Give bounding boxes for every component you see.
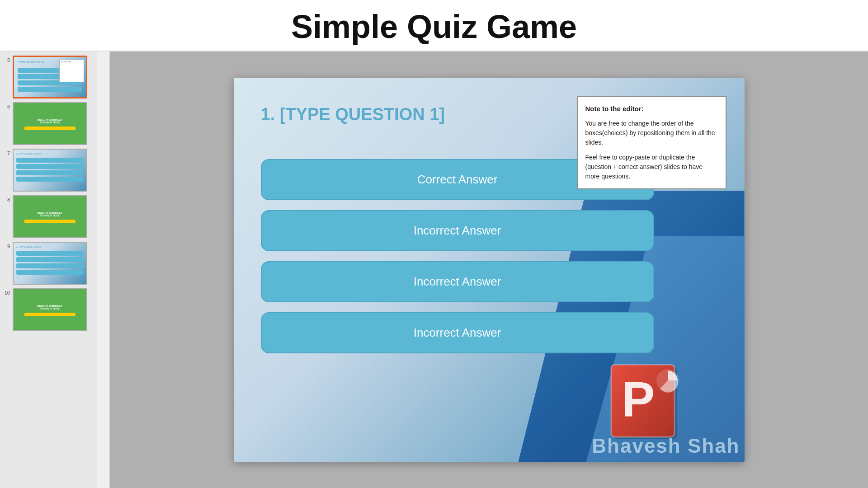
note-box: Note to the editor: You are free to chan… [577,96,726,189]
answer-btn-2[interactable]: Incorrect Answer [261,210,654,251]
thumb-5-note: Note to the editor... [59,60,84,82]
svg-text:P: P [622,371,655,427]
watermark-text: Bhavesh Shah [592,435,740,457]
thumb-7-question: 2. [TYPE QUESTION 2] [16,152,41,155]
thumb-6-label: [INSERT CORRECTANSWER TEXT] [37,117,63,125]
slide-thumb-9[interactable]: 3. [TYPE QUESTION 3] [13,242,87,285]
slide-thumb-7[interactable]: 2. [TYPE QUESTION 2] [13,149,87,192]
question-text[interactable]: 1. [TYPE QUESTION 1] [261,105,445,124]
current-slide: 1. [TYPE QUESTION 1] Correct Answer Inco… [234,78,745,462]
sidebar-slide-5[interactable]: 5 [TYPE QUESTION 1] Note to the editor..… [0,54,97,100]
slide-thumb-8[interactable]: [INSERT CORRECTANSWER TEXT] [13,195,87,238]
sidebar-slide-8[interactable]: 8 [INSERT CORRECTANSWER TEXT] [0,193,97,240]
slide-editing-panel: 1. [TYPE QUESTION 1] Correct Answer Inco… [110,52,868,488]
thumb-8-label: [INSERT CORRECTANSWER TEXT] [37,211,63,218]
note-body-2: Feel free to copy-paste or duplicate the… [585,153,718,181]
sidebar-slide-6[interactable]: 6 [INSERT CORRECTANSWER TEXT] [0,100,97,147]
sidebar-slide-7[interactable]: 7 2. [TYPE QUESTION 2] [0,147,97,193]
note-body-1: You are free to change the order of the … [585,119,718,147]
note-title: Note to the editor: [585,104,718,114]
slide-num-9: 9 [3,244,10,249]
slide-num-10: 10 [3,290,10,296]
slide-num-5: 5 [3,57,10,63]
main-area: 5 [TYPE QUESTION 1] Note to the editor..… [0,52,868,488]
thumb-9-question: 3. [TYPE QUESTION 3] [16,245,41,248]
answer-btn-4[interactable]: Incorrect Answer [261,312,654,353]
ruler [97,52,110,488]
slide-panel-sidebar[interactable]: 5 [TYPE QUESTION 1] Note to the editor..… [0,52,97,488]
thumb-8-btn [24,220,75,223]
slide-thumb-10[interactable]: [INSERT CORRECTANSWER TEXT] [13,288,87,331]
slide-thumb-5[interactable]: [TYPE QUESTION 1] Note to the editor... [13,56,87,99]
sidebar-slide-9[interactable]: 9 3. [TYPE QUESTION 3] [0,240,97,286]
slide-thumb-6[interactable]: [INSERT CORRECTANSWER TEXT] [13,102,87,145]
slide-num-6: 6 [3,104,10,109]
title-bar: Simple Quiz Game [0,0,868,52]
sidebar-slide-10[interactable]: 10 [INSERT CORRECTANSWER TEXT] [0,286,97,333]
thumb-10-btn [24,313,75,316]
page-title: Simple Quiz Game [0,8,868,45]
slide-num-8: 8 [3,197,10,202]
slide-num-7: 7 [3,150,10,156]
thumb-5-question: [TYPE QUESTION 1] [18,61,44,63]
thumb-10-label: [INSERT CORRECTANSWER TEXT] [37,304,63,311]
thumb-7-buttons [16,158,84,182]
answer-btn-3[interactable]: Incorrect Answer [261,261,654,302]
thumb-9-buttons [16,251,84,275]
thumb-6-btn [24,127,75,130]
